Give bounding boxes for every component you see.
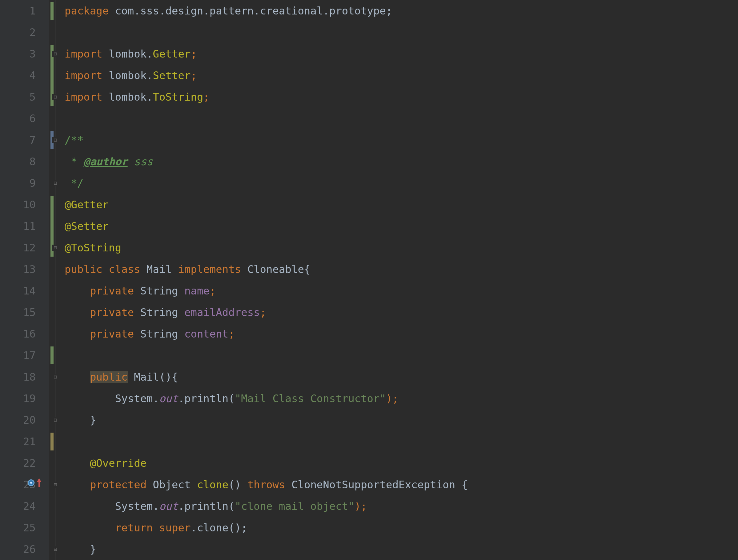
code-token: clone — [197, 479, 228, 491]
fold-toggle-icon[interactable]: ⊟ — [52, 180, 58, 186]
line-number[interactable]: 12 — [0, 237, 36, 258]
code-line[interactable]: } — [65, 538, 738, 560]
code-line[interactable]: /** — [65, 129, 738, 151]
code-line[interactable]: private String emailAddress; — [65, 302, 738, 323]
vcs-change-marker[interactable] — [50, 433, 54, 451]
code-line[interactable]: protected Object clone() throws CloneNot… — [65, 474, 738, 495]
fold-toggle-icon[interactable]: ⊟ — [52, 482, 58, 488]
line-number[interactable]: 19 — [0, 388, 36, 409]
line-number[interactable]: 22 — [0, 452, 36, 474]
line-number[interactable]: 13 — [0, 258, 36, 280]
code-token: } — [65, 543, 96, 555]
code-token: @Setter — [65, 220, 109, 232]
line-number[interactable]: 26 — [0, 538, 36, 560]
line-number[interactable]: 16 — [0, 323, 36, 345]
code-line[interactable]: import lombok.Setter; — [65, 65, 738, 86]
line-number[interactable]: 1 — [0, 0, 36, 22]
code-token: Cloneable{ — [248, 263, 311, 275]
code-line[interactable]: } — [65, 409, 738, 431]
line-number[interactable]: 15 — [0, 302, 36, 323]
code-line[interactable] — [65, 345, 738, 366]
line-number[interactable]: 25 — [0, 517, 36, 538]
code-token: Mail(){ — [134, 371, 178, 383]
code-token — [65, 328, 90, 340]
code-token: @ToString — [65, 241, 121, 254]
code-token: ; — [210, 285, 216, 297]
code-area[interactable]: package com.sss.design.pattern.creationa… — [61, 0, 738, 560]
code-line[interactable] — [65, 431, 738, 452]
fold-toggle-icon[interactable]: ⊟ — [52, 94, 58, 100]
code-line[interactable]: */ — [65, 172, 738, 194]
vcs-change-marker[interactable] — [50, 2, 54, 20]
code-line[interactable]: private String name; — [65, 280, 738, 302]
code-token — [65, 479, 90, 491]
line-number[interactable]: 11 — [0, 215, 36, 237]
vcs-change-marker[interactable] — [50, 347, 54, 364]
code-token: ; — [203, 91, 209, 103]
code-token: import — [65, 91, 109, 103]
line-number[interactable]: 3 — [0, 43, 36, 65]
override-icon[interactable] — [28, 479, 34, 486]
code-line[interactable] — [65, 22, 738, 43]
code-line[interactable]: @Override — [65, 452, 738, 474]
line-number[interactable]: 2 — [0, 22, 36, 43]
code-token — [128, 371, 134, 383]
code-token: private — [90, 328, 140, 340]
line-number[interactable]: 10 — [0, 194, 36, 215]
line-number-gutter[interactable]: 1234567891011121314151617181920212223242… — [0, 0, 49, 560]
code-token: String — [140, 328, 184, 340]
code-line[interactable]: package com.sss.design.pattern.creationa… — [65, 0, 738, 22]
code-token: Mail — [146, 263, 178, 275]
code-line[interactable]: import lombok.Getter; — [65, 43, 738, 65]
line-number[interactable]: 20 — [0, 409, 36, 431]
code-line[interactable]: public class Mail implements Cloneable{ — [65, 258, 738, 280]
line-number[interactable]: 23 — [0, 474, 36, 495]
code-token: ; — [191, 69, 197, 81]
code-token: * — [65, 155, 83, 168]
line-number[interactable]: 17 — [0, 345, 36, 366]
code-token: .println( — [178, 392, 235, 405]
code-token: "clone mail object" — [235, 500, 355, 512]
line-number[interactable]: 24 — [0, 495, 36, 517]
line-number[interactable]: 8 — [0, 151, 36, 172]
fold-toggle-icon[interactable]: ⊟ — [52, 546, 58, 552]
code-token: Setter — [153, 69, 191, 81]
code-token: public — [90, 371, 128, 383]
code-token: ; — [191, 48, 197, 60]
code-token: private — [90, 285, 140, 297]
line-number[interactable]: 21 — [0, 431, 36, 452]
fold-strip[interactable]: ⊟⊟⊟⊟⊟⊟⊟⊟⊟ — [49, 0, 61, 560]
line-number[interactable]: 6 — [0, 108, 36, 129]
code-line[interactable] — [65, 108, 738, 129]
code-token: ); — [386, 392, 399, 405]
line-number[interactable]: 18 — [0, 366, 36, 388]
code-line[interactable]: @ToString — [65, 237, 738, 258]
line-number[interactable]: 7 — [0, 129, 36, 151]
fold-toggle-icon[interactable]: ⊟ — [52, 417, 58, 423]
line-number[interactable]: 14 — [0, 280, 36, 302]
code-line[interactable]: @Getter — [65, 194, 738, 215]
code-line[interactable]: public Mail(){ — [65, 366, 738, 388]
code-token: implements — [178, 263, 247, 275]
line-number[interactable]: 4 — [0, 65, 36, 86]
line-number[interactable]: 5 — [0, 86, 36, 108]
fold-toggle-icon[interactable]: ⊟ — [52, 374, 58, 380]
code-editor[interactable]: 1234567891011121314151617181920212223242… — [0, 0, 738, 560]
code-line[interactable]: System.out.println("clone mail object"); — [65, 495, 738, 517]
code-line[interactable]: * @author sss — [65, 151, 738, 172]
code-line[interactable]: @Setter — [65, 215, 738, 237]
code-line[interactable]: import lombok.ToString; — [65, 86, 738, 108]
code-token: package — [65, 5, 115, 17]
code-token: ; — [228, 328, 235, 340]
fold-toggle-icon[interactable]: ⊟ — [52, 244, 58, 251]
fold-toggle-icon[interactable]: ⊟ — [52, 137, 58, 143]
implements-up-arrow-icon[interactable] — [37, 478, 41, 482]
code-token: public class — [65, 263, 146, 275]
code-token: /** — [65, 134, 83, 146]
code-token: ; — [260, 306, 266, 319]
line-number[interactable]: 9 — [0, 172, 36, 194]
code-line[interactable]: private String content; — [65, 323, 738, 345]
code-line[interactable]: return super.clone(); — [65, 517, 738, 538]
fold-toggle-icon[interactable]: ⊟ — [52, 51, 58, 57]
code-line[interactable]: System.out.println("Mail Class Construct… — [65, 388, 738, 409]
